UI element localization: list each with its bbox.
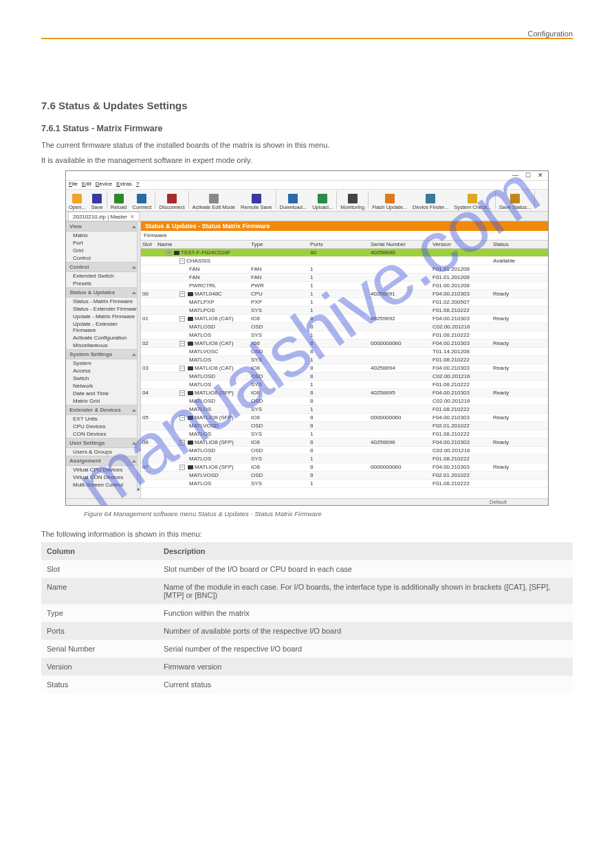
expand-icon[interactable]: − [179,390,185,396]
menu-extras[interactable]: Extras [116,181,132,187]
nav-item-system[interactable]: System [66,359,140,367]
toolbar-save[interactable]: Save [89,194,106,211]
toolbar-disconnect[interactable]: Disconnect [156,194,187,211]
table-row[interactable]: 01−MATLIO8 (CAT)IO8849259692F04.00.21030… [141,315,548,323]
table-row[interactable]: MATLPOSSYS1F01.08.210222 [141,307,548,315]
expand-icon[interactable]: − [179,291,185,297]
minimize-button[interactable]: — [512,172,519,179]
nav-item-network[interactable]: Network [66,382,140,390]
col-header-status[interactable]: Status [492,241,548,248]
table-row[interactable]: 07−MATLIO8 (SFP)IO880000000060F04.00.210… [141,463,548,471]
table-row[interactable]: MATLPXPPXP1F01.02.200507 [141,298,548,307]
toolbar-open-[interactable]: Open... [66,194,89,211]
nav-header-control[interactable]: Control [66,262,140,272]
col-header-serial-number[interactable]: Serial Number [369,241,431,248]
menu-?[interactable]: ? [136,181,139,187]
nav-item-switch[interactable]: Switch [66,375,140,382]
expand-icon[interactable]: − [179,341,185,346]
toolbar-reload[interactable]: Reload [108,194,130,211]
nav-item-extended-switch[interactable]: Extended Switch [66,272,140,280]
col-header-name[interactable]: Name [156,241,250,248]
table-row[interactable]: −TEST-F-F024C016F4040258690 [141,249,548,257]
nav-item-multi-screen-control[interactable]: Multi-Screen Control [66,481,140,489]
col-header-type[interactable]: Type [250,241,309,248]
toolbar-upload-[interactable]: Upload... [309,194,336,211]
toolbar-device-finder-[interactable]: Device Finder... [410,194,451,211]
nav-item-control[interactable]: Control [66,254,140,262]
toolbar-monitoring[interactable]: Monitoring [338,194,367,211]
table-row[interactable]: MATLVOSCOSD8T01.14.201208 [141,348,548,356]
nav-header-assignment[interactable]: Assignment [66,456,140,466]
col-header-version[interactable]: Version [431,241,492,248]
expand-icon[interactable]: − [166,250,171,256]
table-row[interactable]: MATLOSDOSD8C02.00.201216 [141,447,548,455]
nav-item-access[interactable]: Access [66,367,140,375]
expand-icon[interactable]: − [179,316,185,322]
table-row[interactable]: MATLOSSYS1F01.08.210222 [141,480,548,488]
nav-item-grid[interactable]: Grid [66,247,140,254]
table-row[interactable]: 05−MATLIO8 (SFP)IO880000000060F04.00.210… [141,414,548,422]
nav-item-status-extender-firmware[interactable]: Status - Extender Firmware [66,305,140,313]
document-tab[interactable]: 20210210.zip | Master✕ [68,212,140,221]
table-row[interactable]: 00−MATL048CCPU140258691F04.00.210303Read… [141,290,548,298]
nav-item-matrix[interactable]: Matrix [66,232,140,239]
expand-icon[interactable]: − [179,440,185,445]
table-row[interactable]: MATLOSSYS1F01.08.210222 [141,356,548,364]
nav-item-date-and-time[interactable]: Date and Time [66,390,140,397]
close-button[interactable]: ✕ [537,172,544,179]
nav-item-virtual-cpu-devices[interactable]: Virtual CPU Devices [66,466,140,474]
nav-item-presets[interactable]: Presets [66,280,140,287]
nav-item-ext-units[interactable]: EXT Units [66,415,140,423]
table-row[interactable]: MATLOSSYS1F01.08.210222 [141,455,548,463]
nav-item-status-matrix-firmware[interactable]: Status - Matrix Firmware [66,298,140,305]
nav-header-extender-devices[interactable]: Extender & Devices [66,405,140,415]
nav-item-update-extender-firmware[interactable]: Update - Extender Firmware [66,320,140,334]
menu-file[interactable]: File [69,181,78,187]
nav-item-cpu-devices[interactable]: CPU Devices [66,423,140,430]
menu-device[interactable]: Device [96,181,112,187]
table-row[interactable]: 06−MATLIO8 (SFP)IO8840258696F04.00.21030… [141,438,548,447]
table-row[interactable]: 02−MATLIO8 (CAT)IO880000000060F04.00.210… [141,340,548,348]
toolbar-system-check-[interactable]: System Check... [451,194,494,211]
toolbar-activate-edit-mode[interactable]: Activate Edit Mode [190,194,239,211]
table-row[interactable]: FANFAN1F01.01.201208 [141,274,548,282]
table-row[interactable]: −CHASSISAvailable [141,257,548,265]
expand-icon[interactable]: − [179,366,185,371]
table-row[interactable]: MATLVOSDOSD8F02.01.201022 [141,471,548,480]
expand-icon[interactable]: − [179,258,185,264]
nav-header-user-settings[interactable]: User Settings [66,438,140,448]
table-row[interactable]: MATLVOSDOSD8F02.01.201022 [141,422,548,430]
menu-edit[interactable]: Edit [82,181,91,187]
nav-item-activate-configuration[interactable]: Activate Configuration [66,334,140,342]
expand-icon[interactable]: − [179,415,185,421]
toolbar-flash-update-[interactable]: Flash Update... [369,194,410,211]
maximize-button[interactable]: ☐ [525,172,531,179]
nav-header-status-updates[interactable]: Status & Updates [66,287,140,298]
expand-icon[interactable]: − [179,465,185,470]
nav-item-update-matrix-firmware[interactable]: Update - Matrix Firmware [66,313,140,320]
nav-item-con-devices[interactable]: CON Devices [66,430,140,438]
nav-item-users-groups[interactable]: Users & Groups [66,448,140,456]
table-row[interactable]: 03−MATLIO8 (CAT)IO8840258694F04.00.21030… [141,364,548,372]
toolbar-remote-save[interactable]: Remote Save [238,194,274,211]
table-row[interactable]: MATLOSSYS1F01.08.210222 [141,381,548,389]
table-row[interactable]: FANFAN1F01.01.201208 [141,265,548,274]
table-row[interactable]: MATLOSSYS1F01.08.210222 [141,405,548,414]
nav-header-system-settings[interactable]: System Settings [66,349,140,359]
nav-header-view[interactable]: View [66,221,140,232]
table-row[interactable]: 04−MATLIO8 (SFP)IO8840258695F04.00.21030… [141,389,548,397]
table-row[interactable]: MATLOSDOSD8C02.00.201216 [141,397,548,405]
table-row[interactable]: MATLOSDOSD8C02.00.201216 [141,372,548,381]
firmware-tab[interactable]: Firmware [141,231,548,241]
nav-item-matrix-grid[interactable]: Matrix Grid [66,397,140,405]
table-row[interactable]: MATLOSDOSD8C02.00.201216 [141,323,548,331]
nav-item-virtual-con-devices[interactable]: Virtual CON Devices [66,474,140,481]
nav-item-miscellaneous[interactable]: Miscellaneous [66,342,140,349]
col-header-slot[interactable]: Slot [141,241,156,248]
nav-item-port[interactable]: Port [66,239,140,247]
table-row[interactable]: MATLOSSYS1F01.08.210222 [141,430,548,438]
col-header-ports[interactable]: Ports [309,241,369,248]
table-row[interactable]: PWRCTRLPWR1F01.00.201208 [141,282,548,290]
menu-bar[interactable]: FileEditDeviceExtras? [66,181,548,190]
toolbar-download-[interactable]: Download... [277,194,310,211]
